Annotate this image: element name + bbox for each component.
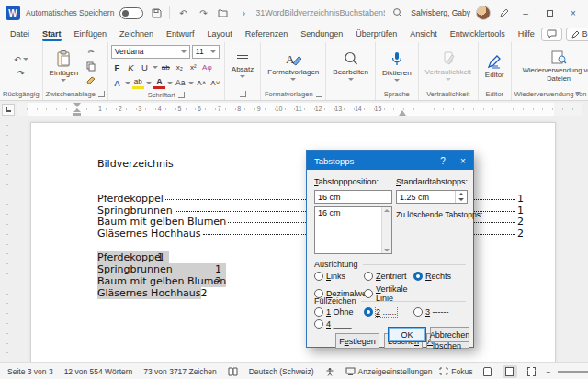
styles-button[interactable]: A Formatvorlagen [264, 44, 322, 88]
display-settings-button[interactable]: Anzeigeeinstellungen [345, 367, 433, 376]
change-case-button[interactable]: Aa [175, 76, 187, 89]
ribbon-tab[interactable]: Entwicklertools [444, 28, 512, 41]
reuse-files-button[interactable]: Wiederverwendung von Dateien [514, 44, 588, 88]
editing-button[interactable]: Bearbeiten [329, 44, 372, 88]
chevron-down-icon[interactable] [125, 82, 130, 84]
ribbon-tab[interactable]: Referenzen [239, 28, 295, 41]
editing-mode-button[interactable]: Bearbeitung [566, 28, 588, 41]
document-page[interactable]: Bildverzeichnis Pferdekoppel 1 Springbru… [30, 122, 556, 372]
alignment-radio[interactable]: Links [314, 272, 364, 281]
right-indent-marker[interactable] [399, 110, 406, 116]
default-tabs-spinner[interactable]: 1.25 cm [396, 190, 468, 204]
dialog-close-button[interactable]: × [453, 151, 473, 170]
chevron-down-icon[interactable] [153, 66, 158, 69]
listbox-item[interactable]: 16 cm [315, 207, 381, 218]
dialog-launcher-icon[interactable] [316, 91, 322, 97]
ribbon-tab[interactable]: Start [36, 28, 68, 41]
dialog-launcher-icon[interactable] [240, 91, 246, 97]
maximize-button[interactable] [540, 5, 559, 21]
undo-button[interactable]: ↶ [14, 53, 28, 66]
spinner-arrows[interactable] [455, 191, 467, 203]
first-line-indent-marker[interactable] [74, 103, 81, 107]
copy-icon[interactable] [84, 60, 98, 72]
ribbon-tab[interactable]: Entwurf [160, 28, 201, 41]
search-icon[interactable] [390, 6, 405, 20]
spin-up-icon[interactable] [458, 193, 464, 195]
text-effects-button[interactable]: A [111, 76, 123, 89]
chevron-down-icon[interactable] [188, 82, 194, 84]
vertical-ruler[interactable] [0, 117, 17, 362]
listbox-scrollbar[interactable] [381, 207, 391, 253]
alignment-radio[interactable]: Rechts [413, 272, 463, 281]
autosave-toggle[interactable] [119, 7, 143, 19]
leader-radio[interactable]: 2 ...... [364, 307, 413, 317]
font-color-button[interactable]: A [153, 76, 165, 89]
ribbon-tab[interactable]: Datei [4, 28, 36, 41]
hanging-indent-marker[interactable] [74, 109, 81, 116]
format-painter-icon[interactable] [84, 74, 98, 87]
word-count[interactable]: 12 von 554 Wörtern [64, 367, 133, 376]
quick-access-more-icon[interactable]: › [236, 6, 251, 20]
selected-line[interactable]: Pferdekoppel 1 [97, 251, 169, 263]
selected-line[interactable]: Baum mit gelben Blumen 2 [97, 275, 226, 287]
quick-access-open-icon[interactable] [216, 6, 231, 20]
tab-position-listbox[interactable]: 16 cm [314, 206, 392, 254]
focus-button[interactable]: Fokus [439, 367, 472, 376]
tab-position-input[interactable] [314, 190, 392, 204]
zoom-slider[interactable] [558, 371, 588, 373]
avatar[interactable] [476, 6, 491, 20]
leader-radio[interactable]: 4 ____ [314, 319, 364, 329]
horizontal-ruler[interactable]: 123456789101112131415 [17, 103, 582, 116]
ok-button[interactable]: OK [388, 327, 426, 342]
proofing-icon[interactable] [228, 367, 238, 376]
ribbon-tab[interactable]: Layout [201, 28, 239, 41]
paste-button[interactable]: Einfügen [46, 44, 83, 88]
scroll-down-icon[interactable] [384, 249, 390, 251]
leader-radio[interactable]: 3 ------ [413, 307, 463, 317]
ribbon-tab[interactable]: Einfügen [68, 28, 114, 41]
quick-access-undo-icon[interactable]: ↶ [175, 6, 190, 20]
scroll-up-icon[interactable] [384, 209, 390, 212]
highlight-color-button[interactable]: ab [132, 76, 144, 89]
selected-line[interactable]: Gläsernes Hochhaus 2 [97, 287, 201, 299]
ribbon-tab[interactable]: Zeichnen [113, 28, 160, 41]
ribbon-tab[interactable]: Ansicht [403, 28, 444, 41]
cut-icon[interactable]: ✂ [84, 45, 98, 58]
dialog-title-bar[interactable]: Tabstopps ? × [307, 151, 473, 170]
document-title[interactable]: 20230831WordBildverzeichnisBuchstabenSta… [256, 8, 385, 17]
char-count[interactable]: 73 von 3717 Zeichen [143, 367, 216, 376]
subscript-button[interactable]: x₂ [174, 61, 186, 73]
quick-access-redo-icon[interactable]: ↷ [196, 6, 210, 20]
underline-button[interactable]: U [139, 61, 151, 73]
selected-line[interactable]: Springbrunnen 1 [97, 263, 226, 275]
strikethrough-button[interactable]: ab [160, 61, 172, 73]
word-logo-icon[interactable]: W [6, 6, 20, 20]
minimize-button[interactable]: – [516, 5, 535, 21]
editor-button[interactable]: Editor [481, 44, 508, 88]
chevron-down-icon[interactable] [167, 82, 173, 84]
ribbon-tab[interactable]: Sendungen [294, 28, 349, 41]
user-name[interactable]: Salvisberg, Gaby [411, 8, 470, 17]
font-size-select[interactable]: 11 [192, 45, 220, 59]
comments-button[interactable] [541, 28, 562, 41]
shrink-font-button[interactable]: A˅ [209, 76, 221, 89]
accessibility-icon[interactable] [325, 367, 334, 376]
read-mode-button[interactable] [481, 365, 495, 378]
dialog-launcher-icon[interactable] [178, 92, 185, 98]
page-count[interactable]: Seite 3 von 3 [7, 367, 53, 376]
collapse-ribbon-button[interactable] [571, 87, 584, 98]
dialog-launcher-icon[interactable] [98, 91, 105, 97]
leader-radio[interactable]: 1 Ohne [314, 307, 364, 317]
dialog-help-button[interactable]: ? [433, 151, 453, 170]
print-layout-button[interactable] [503, 365, 517, 378]
ink-pen-icon[interactable] [496, 6, 511, 20]
zoom-out-button[interactable]: − [547, 367, 551, 376]
save-icon[interactable] [149, 6, 164, 20]
redo-button[interactable]: ↷ [14, 67, 28, 80]
cancel-button[interactable]: Abbrechen [430, 327, 469, 342]
spin-down-icon[interactable] [458, 198, 464, 201]
language-indicator[interactable]: Deutsch (Schweiz) [249, 367, 314, 376]
close-button[interactable]: × [564, 5, 582, 21]
paragraph-button[interactable]: Absatz [228, 44, 257, 88]
grow-font-button[interactable]: A˄ [196, 76, 208, 89]
